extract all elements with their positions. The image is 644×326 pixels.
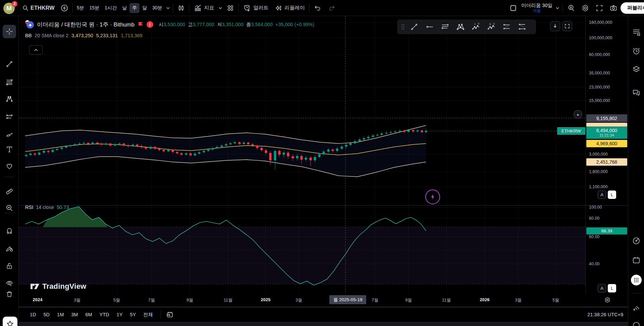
candle-body [185, 153, 187, 155]
time-axis[interactable]: 월 2025-05-19 20243월5월7월9월11월20253월7월9월11… [19, 293, 628, 307]
timeframe-menu-button[interactable] [165, 2, 171, 14]
download-chart-button[interactable] [550, 21, 560, 31]
calendar-button[interactable] [631, 255, 642, 266]
data-connection-button[interactable] [631, 302, 642, 313]
projection-quick-button[interactable] [515, 20, 530, 33]
timeframe-5m[interactable]: 5분 [74, 3, 87, 13]
lock-drawings-button[interactable] [3, 259, 16, 273]
magnet-mode-button[interactable] [3, 225, 16, 238]
legend-collapse-button[interactable] [29, 45, 43, 55]
range-all[interactable]: 전체 [140, 310, 156, 320]
replay-button[interactable]: 리플레이 [271, 2, 308, 14]
chat-button[interactable] [631, 87, 642, 98]
remove-drawings-button[interactable] [3, 287, 16, 301]
timeframe-1h[interactable]: 1시간 [102, 3, 119, 13]
toolbar-drag-handle[interactable] [399, 20, 407, 33]
flag-icon[interactable] [137, 21, 144, 28]
trend-line-quick-button[interactable] [407, 20, 422, 33]
legend-symbol-title[interactable]: 이더리움 / 대한민국 원 · 1주 · Bithumb [37, 21, 135, 29]
timeframe-1w[interactable]: 주 [129, 3, 140, 13]
rsi-auto-scale-button[interactable]: A [598, 284, 606, 292]
divider [161, 311, 161, 318]
object-tree-button[interactable] [631, 64, 642, 74]
range-6m[interactable]: 6M [82, 310, 95, 319]
layout-grid-button[interactable] [224, 2, 237, 14]
alerts-panel-button[interactable] [631, 46, 642, 56]
price-axis[interactable]: 9,155,802 6,494,000 11:21:34 4,969,600 2… [585, 16, 628, 293]
range-1d[interactable]: 1D [27, 310, 39, 319]
redo-button[interactable] [325, 2, 339, 14]
publish-button[interactable]: 퍼블리쉬 [621, 2, 644, 14]
log-scale-button[interactable]: L [608, 191, 616, 199]
text-tool-button[interactable] [3, 143, 16, 156]
range-1y[interactable]: 1Y [114, 310, 126, 319]
fib-retracement-tool-button[interactable] [3, 75, 16, 89]
abc-pattern-quick-button[interactable]: AC [484, 20, 499, 33]
crosshair-add-alert-button[interactable]: + [574, 110, 582, 119]
trend-line-tool-button[interactable] [3, 57, 16, 71]
candle-body [252, 144, 254, 146]
projection-tool-button[interactable] [3, 110, 16, 123]
compare-add-button[interactable] [58, 2, 71, 14]
bb-indicator-legend[interactable]: BB 20 SMA close 2 3,473,250 5,233,131 1,… [25, 33, 314, 38]
range-3m[interactable]: 3M [68, 310, 81, 319]
more-apps-button[interactable] [631, 275, 642, 285]
alert-button[interactable]: 얼러트 [240, 2, 271, 14]
chart-canvas[interactable] [19, 16, 585, 293]
user-menu-button[interactable]: M 2 [3, 2, 16, 14]
fib-quick-button[interactable] [437, 20, 453, 33]
screener-button[interactable] [631, 235, 642, 246]
pane-divider[interactable] [19, 205, 628, 206]
zoom-in-tool-button[interactable] [3, 201, 16, 215]
rsi-log-scale-button[interactable]: L [608, 284, 616, 292]
maximize-icon [565, 23, 570, 29]
clock-timezone-button[interactable]: 21:38:26 UTC+9 [587, 312, 623, 317]
elliott-wave-quick-button[interactable]: 15 [468, 20, 484, 33]
timeframe-15m[interactable]: 15분 [87, 3, 102, 13]
chart-pane[interactable]: ◆ 이더리움 / 대한민국 원 · 1주 · Bithumb ! 시3,530,… [19, 16, 585, 293]
axis-settings-button[interactable] [604, 296, 611, 305]
range-buttons: 1D 5D 1M 3M 6M YTD 1Y 5Y 전체 [27, 310, 174, 320]
fullscreen-button[interactable] [592, 2, 606, 14]
range-ytd[interactable]: YTD [97, 310, 112, 319]
horizontal-ray-quick-button[interactable] [422, 20, 437, 33]
xabcd-pattern-tool-button[interactable] [3, 92, 16, 106]
range-5y[interactable]: 5Y [127, 310, 139, 319]
watchlist-button[interactable] [631, 27, 642, 38]
layout-menu-button[interactable] [554, 2, 561, 14]
go-to-date-button[interactable] [166, 311, 174, 319]
auto-scale-button[interactable]: A [598, 191, 606, 199]
open-value: 3,530,000 [163, 22, 185, 27]
timeframe-1d[interactable]: 날 [119, 3, 129, 13]
indicators-menu-button[interactable] [217, 2, 224, 14]
layout-name-button[interactable]: 이더리움 30일 저장 [520, 3, 554, 13]
chart-style-button[interactable] [174, 2, 188, 14]
symbol-search-button[interactable]: ETHKRW [19, 2, 58, 14]
snapshot-button[interactable] [606, 2, 621, 14]
indicators-button[interactable]: 지표 [191, 2, 217, 14]
long-position-quick-button[interactable] [499, 20, 515, 33]
range-5d[interactable]: 5D [41, 310, 53, 319]
timeframe-1mo[interactable]: 달 [140, 3, 150, 13]
manage-layouts-button[interactable] [506, 2, 520, 14]
brush-tool-button[interactable] [3, 128, 16, 141]
stay-in-drawing-mode-button[interactable] [3, 242, 16, 255]
undo-button[interactable] [311, 2, 325, 14]
maximize-pane-button[interactable] [562, 21, 572, 31]
help-button[interactable] [631, 319, 642, 326]
xabcd-quick-button[interactable] [453, 20, 468, 33]
save-label[interactable]: 저장 [533, 9, 541, 13]
quick-action-fab[interactable] [425, 189, 440, 204]
favorites-drawer-button[interactable] [3, 317, 17, 326]
crosshair-tool-button[interactable] [3, 25, 16, 38]
candle-body [399, 131, 401, 131]
alert-exclamation-icon[interactable]: ! [147, 21, 153, 28]
measure-tool-button[interactable] [3, 184, 16, 197]
tradingview-watermark[interactable]: TradingView [30, 282, 86, 291]
candle-body [221, 146, 223, 147]
range-1m[interactable]: 1M [54, 310, 67, 319]
timeframe-30m[interactable]: 30분 [150, 3, 165, 13]
emoji-tool-button[interactable] [3, 159, 16, 173]
quick-search-button[interactable] [564, 2, 578, 14]
settings-button[interactable] [578, 2, 592, 14]
